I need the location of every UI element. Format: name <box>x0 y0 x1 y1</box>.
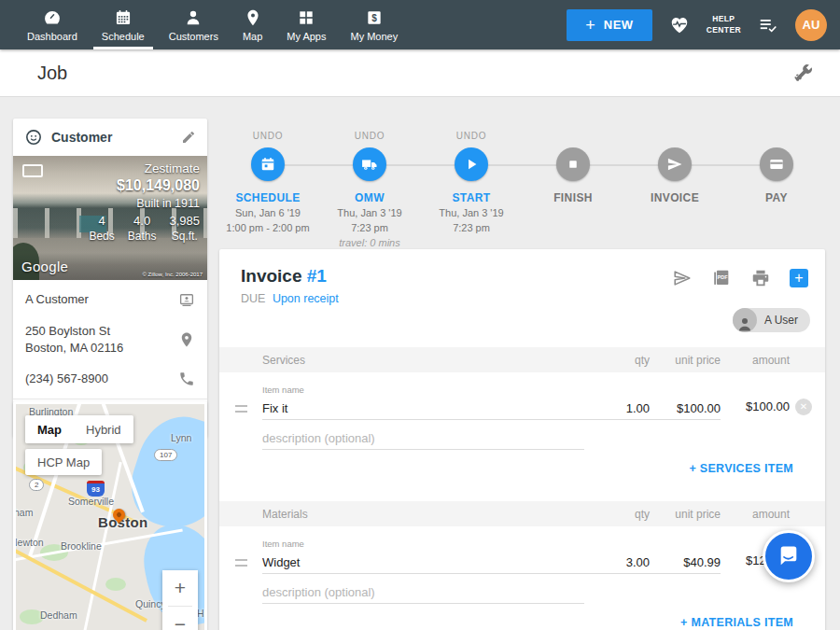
timeline-steps: UNDO SCHEDULE Sun, Jan 6 '19 1:00 pm - 2… <box>219 121 825 250</box>
undo-omw-button[interactable]: UNDO <box>355 129 385 142</box>
pay-step-button[interactable] <box>760 147 793 181</box>
invoice-title: Invoice <box>241 266 301 286</box>
stat-beds: 4 Beds <box>89 214 114 243</box>
zoom-in-button[interactable]: + <box>162 570 198 606</box>
hcp-map-button[interactable]: HCP Map <box>25 449 102 475</box>
map-pin-icon <box>244 8 262 27</box>
help-line2: CENTER <box>707 25 741 35</box>
service-line-item: Item name $100.00 ✕ <box>219 372 825 450</box>
map-type-hybrid-button[interactable]: Hybrid <box>74 415 133 443</box>
qty-input[interactable] <box>584 397 650 420</box>
property-stats: 4 Beds 4.0 Baths 3,985 Sq.ft. <box>89 214 200 243</box>
finish-step-button[interactable] <box>556 147 590 181</box>
timeline-step-omw: UNDO OMW Thu, Jan 3 '19 7:23 pm travel: … <box>321 121 418 250</box>
top-navigation: Dashboard Schedule Customers Map My Apps <box>0 0 840 49</box>
map-zoom-control: + − <box>162 570 198 630</box>
location-pin-icon[interactable] <box>178 331 195 348</box>
heart-pulse-icon[interactable] <box>669 15 690 35</box>
gauge-icon <box>43 8 62 27</box>
job-status-timeline: UNDO SCHEDULE Sun, Jan 6 '19 1:00 pm - 2… <box>219 121 825 243</box>
map-canvas[interactable]: Burlington Lynn Somerville Boston ham Ne… <box>16 404 204 630</box>
calendar-icon <box>259 155 277 174</box>
wrench-gear-icon[interactable] <box>791 62 814 84</box>
person-icon <box>184 8 203 27</box>
nav-label: Schedule <box>102 31 145 42</box>
assignee-name: A User <box>764 314 798 327</box>
map-type-map-button[interactable]: Map <box>25 415 74 443</box>
assignee-chip[interactable]: A User <box>733 308 810 332</box>
item-label-row: Item name <box>219 539 825 551</box>
phone-icon[interactable] <box>178 371 195 387</box>
grid-icon <box>297 8 315 27</box>
play-icon <box>462 155 481 174</box>
nav-item-schedule[interactable]: Schedule <box>90 0 157 49</box>
drag-handle[interactable] <box>235 405 247 413</box>
step-date: Thu, Jan 3 '19 <box>439 207 503 219</box>
description-cell <box>253 581 584 604</box>
drag-handle[interactable] <box>235 559 247 567</box>
item-name-label: Item name <box>253 539 584 549</box>
due-value-link[interactable]: Upon receipt <box>273 292 339 305</box>
nav-item-map[interactable]: Map <box>231 0 274 49</box>
customer-address-row: 250 Boylston St Boston, MA 02116 <box>13 315 207 363</box>
send-invoice-icon[interactable] <box>672 268 693 288</box>
new-button[interactable]: + NEW <box>567 9 651 41</box>
nav-item-my-apps[interactable]: My Apps <box>274 0 338 49</box>
pdf-icon[interactable]: PDF <box>711 268 732 288</box>
map-card: Burlington Lynn Somerville Boston ham Ne… <box>13 401 207 630</box>
amount-column-header: amount <box>721 354 790 367</box>
print-icon[interactable] <box>750 268 771 288</box>
dollar-icon: $ <box>365 8 384 27</box>
zoom-out-button[interactable]: − <box>162 607 198 630</box>
timeline-step-schedule: UNDO SCHEDULE Sun, Jan 6 '19 1:00 pm - 2… <box>219 121 316 250</box>
list-check-icon[interactable] <box>758 15 778 35</box>
route-badge-93: 93 <box>87 481 105 497</box>
invoice-step-button[interactable] <box>658 147 692 181</box>
omw-step-button[interactable] <box>353 147 386 181</box>
map-label-somerville: Somerville <box>68 496 114 507</box>
add-services-item-button[interactable]: + SERVICES ITEM <box>689 462 793 475</box>
qty-input[interactable] <box>584 551 650 574</box>
item-input-row: $122.97 <box>219 551 825 574</box>
item-name-input[interactable] <box>262 551 584 574</box>
pencil-edit-icon[interactable] <box>181 130 196 145</box>
unit-price-input[interactable] <box>650 551 721 574</box>
add-materials-row: + MATERIALS ITEM <box>219 616 825 629</box>
item-name-input[interactable] <box>262 397 584 420</box>
item-name-cell <box>253 551 584 574</box>
description-input[interactable] <box>262 427 584 450</box>
nav-item-dashboard[interactable]: Dashboard <box>15 0 90 49</box>
undo-start-button[interactable]: UNDO <box>456 129 487 142</box>
invoice-number[interactable]: #1 <box>307 266 327 286</box>
user-avatar[interactable]: AU <box>795 9 827 41</box>
chat-launcher-button[interactable] <box>763 530 815 582</box>
route-badge-2: 2 <box>29 479 44 491</box>
step-label: INVOICE <box>651 191 699 204</box>
built-year: Built in 1911 <box>89 197 200 210</box>
description-row <box>219 427 825 450</box>
nav-label: My Money <box>350 31 398 42</box>
step-date: Thu, Jan 3 '19 <box>337 207 401 219</box>
schedule-step-button[interactable] <box>251 147 285 181</box>
help-center-link[interactable]: HELP CENTER <box>707 14 741 35</box>
stat-sqft: 3,985 Sq.ft. <box>169 214 200 243</box>
google-logo: Google <box>21 259 68 274</box>
nav-item-my-money[interactable]: $ My Money <box>338 0 410 49</box>
plus-icon: + <box>585 17 595 34</box>
nav-item-customers[interactable]: Customers <box>157 0 231 49</box>
unit-price-input[interactable] <box>650 397 721 420</box>
invoice-due-row: DUE Upon receipt <box>241 292 339 305</box>
item-name-cell <box>253 397 584 420</box>
undo-schedule-button[interactable]: UNDO <box>253 129 284 142</box>
step-time: 7:23 pm <box>453 222 490 234</box>
delete-line-item-button[interactable]: ✕ <box>795 399 812 415</box>
contact-card-icon[interactable] <box>178 291 195 308</box>
add-materials-item-button[interactable]: + MATERIALS ITEM <box>680 616 793 629</box>
close-icon: ✕ <box>800 402 807 412</box>
property-photo[interactable]: Zestimate $10,149,080 Built in 1911 4 Be… <box>13 156 207 280</box>
description-input[interactable] <box>262 581 584 604</box>
zestimate-value: $10,149,080 <box>89 177 200 194</box>
add-invoice-button[interactable]: + <box>790 269 808 287</box>
start-step-button[interactable] <box>455 147 488 181</box>
unit-price-column-header: unit price <box>650 508 721 521</box>
